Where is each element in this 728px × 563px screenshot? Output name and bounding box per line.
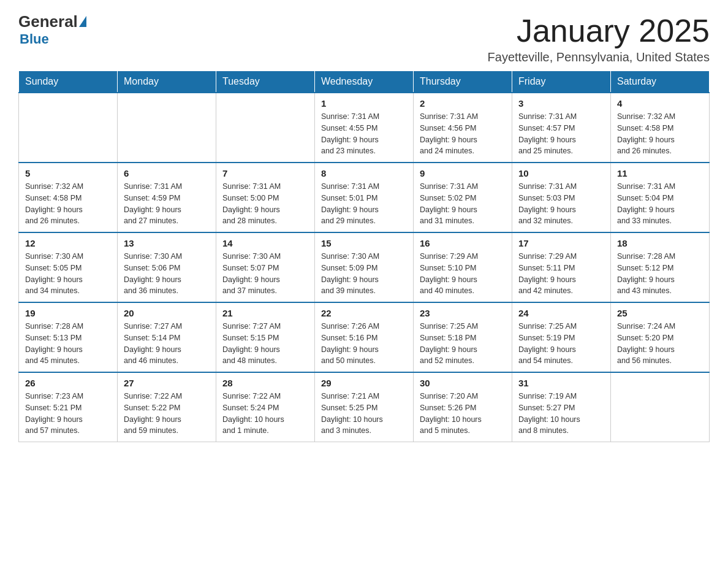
day-number: 3: [518, 98, 604, 109]
day-number: 29: [321, 378, 407, 388]
calendar-day-cell: 27Sunrise: 7:22 AM Sunset: 5:22 PM Dayli…: [118, 372, 216, 442]
calendar-day-cell: 4Sunrise: 7:32 AM Sunset: 4:58 PM Daylig…: [611, 93, 710, 163]
calendar-day-cell: 15Sunrise: 7:30 AM Sunset: 5:09 PM Dayli…: [315, 232, 414, 302]
calendar-day-cell: [216, 93, 315, 163]
calendar-day-cell: 23Sunrise: 7:25 AM Sunset: 5:18 PM Dayli…: [414, 302, 512, 372]
calendar-day-cell: 17Sunrise: 7:29 AM Sunset: 5:11 PM Dayli…: [512, 232, 611, 302]
day-number: 17: [518, 238, 604, 248]
weekday-header-cell: Monday: [118, 71, 216, 93]
day-info: Sunrise: 7:31 AM Sunset: 4:56 PM Dayligh…: [420, 111, 506, 157]
day-number: 24: [518, 308, 604, 318]
day-info: Sunrise: 7:22 AM Sunset: 5:22 PM Dayligh…: [124, 391, 210, 437]
day-info: Sunrise: 7:32 AM Sunset: 4:58 PM Dayligh…: [617, 111, 703, 157]
calendar-day-cell: 16Sunrise: 7:29 AM Sunset: 5:10 PM Dayli…: [414, 232, 512, 302]
calendar-day-cell: 19Sunrise: 7:28 AM Sunset: 5:13 PM Dayli…: [19, 302, 118, 372]
day-info: Sunrise: 7:30 AM Sunset: 5:05 PM Dayligh…: [25, 251, 111, 297]
day-number: 30: [420, 378, 506, 388]
logo-triangle-icon: [79, 16, 86, 27]
calendar-day-cell: 22Sunrise: 7:26 AM Sunset: 5:16 PM Dayli…: [315, 302, 414, 372]
day-number: 18: [617, 238, 703, 248]
day-info: Sunrise: 7:19 AM Sunset: 5:27 PM Dayligh…: [518, 391, 604, 437]
weekday-header-cell: Thursday: [414, 71, 512, 93]
calendar-day-cell: 9Sunrise: 7:31 AM Sunset: 5:02 PM Daylig…: [414, 163, 512, 232]
calendar-day-cell: 1Sunrise: 7:31 AM Sunset: 4:55 PM Daylig…: [315, 93, 414, 163]
calendar-table: SundayMondayTuesdayWednesdayThursdayFrid…: [18, 71, 710, 442]
weekday-header-cell: Tuesday: [216, 71, 315, 93]
calendar-day-cell: [19, 93, 118, 163]
day-info: Sunrise: 7:28 AM Sunset: 5:13 PM Dayligh…: [25, 321, 111, 367]
day-number: 25: [617, 308, 703, 318]
calendar-day-cell: 14Sunrise: 7:30 AM Sunset: 5:07 PM Dayli…: [216, 232, 315, 302]
day-number: 8: [321, 168, 407, 178]
day-number: 13: [124, 238, 210, 248]
day-info: Sunrise: 7:30 AM Sunset: 5:09 PM Dayligh…: [321, 251, 407, 297]
day-info: Sunrise: 7:29 AM Sunset: 5:11 PM Dayligh…: [518, 251, 604, 297]
calendar-day-cell: 26Sunrise: 7:23 AM Sunset: 5:21 PM Dayli…: [19, 372, 118, 442]
day-number: 23: [420, 308, 506, 318]
day-number: 15: [321, 238, 407, 248]
weekday-header-cell: Saturday: [611, 71, 710, 93]
day-number: 5: [25, 168, 111, 178]
header: General Blue January 2025 Fayetteville, …: [18, 12, 710, 64]
day-number: 28: [222, 378, 308, 388]
day-info: Sunrise: 7:20 AM Sunset: 5:26 PM Dayligh…: [420, 391, 506, 437]
calendar-day-cell: 28Sunrise: 7:22 AM Sunset: 5:24 PM Dayli…: [216, 372, 315, 442]
calendar-week-row: 26Sunrise: 7:23 AM Sunset: 5:21 PM Dayli…: [19, 372, 710, 442]
calendar-body: 1Sunrise: 7:31 AM Sunset: 4:55 PM Daylig…: [19, 93, 710, 442]
day-number: 7: [222, 168, 308, 178]
day-info: Sunrise: 7:30 AM Sunset: 5:07 PM Dayligh…: [222, 251, 308, 297]
weekday-header-row: SundayMondayTuesdayWednesdayThursdayFrid…: [19, 71, 710, 93]
day-info: Sunrise: 7:31 AM Sunset: 4:55 PM Dayligh…: [321, 111, 407, 157]
day-info: Sunrise: 7:23 AM Sunset: 5:21 PM Dayligh…: [25, 391, 111, 437]
day-number: 14: [222, 238, 308, 248]
day-number: 12: [25, 238, 111, 248]
calendar-day-cell: 31Sunrise: 7:19 AM Sunset: 5:27 PM Dayli…: [512, 372, 611, 442]
day-info: Sunrise: 7:31 AM Sunset: 5:04 PM Dayligh…: [617, 181, 703, 227]
month-title: January 2025: [488, 12, 710, 49]
day-number: 27: [124, 378, 210, 388]
calendar-day-cell: 11Sunrise: 7:31 AM Sunset: 5:04 PM Dayli…: [611, 163, 710, 232]
weekday-header-cell: Wednesday: [315, 71, 414, 93]
day-number: 26: [25, 378, 111, 388]
calendar-day-cell: 12Sunrise: 7:30 AM Sunset: 5:05 PM Dayli…: [19, 232, 118, 302]
day-info: Sunrise: 7:31 AM Sunset: 5:00 PM Dayligh…: [222, 181, 308, 227]
calendar-day-cell: 21Sunrise: 7:27 AM Sunset: 5:15 PM Dayli…: [216, 302, 315, 372]
day-info: Sunrise: 7:31 AM Sunset: 4:57 PM Dayligh…: [518, 111, 604, 157]
calendar-week-row: 5Sunrise: 7:32 AM Sunset: 4:58 PM Daylig…: [19, 163, 710, 232]
calendar-day-cell: 30Sunrise: 7:20 AM Sunset: 5:26 PM Dayli…: [414, 372, 512, 442]
calendar-day-cell: 5Sunrise: 7:32 AM Sunset: 4:58 PM Daylig…: [19, 163, 118, 232]
day-number: 9: [420, 168, 506, 178]
logo-blue-text: Blue: [20, 31, 49, 47]
calendar-day-cell: 7Sunrise: 7:31 AM Sunset: 5:00 PM Daylig…: [216, 163, 315, 232]
weekday-header-cell: Sunday: [19, 71, 118, 93]
day-info: Sunrise: 7:31 AM Sunset: 5:03 PM Dayligh…: [518, 181, 604, 227]
location-subtitle: Fayetteville, Pennsylvania, United State…: [488, 50, 710, 64]
day-info: Sunrise: 7:25 AM Sunset: 5:19 PM Dayligh…: [518, 321, 604, 367]
calendar-day-cell: 24Sunrise: 7:25 AM Sunset: 5:19 PM Dayli…: [512, 302, 611, 372]
calendar-week-row: 19Sunrise: 7:28 AM Sunset: 5:13 PM Dayli…: [19, 302, 710, 372]
day-info: Sunrise: 7:29 AM Sunset: 5:10 PM Dayligh…: [420, 251, 506, 297]
day-number: 16: [420, 238, 506, 248]
calendar-day-cell: 10Sunrise: 7:31 AM Sunset: 5:03 PM Dayli…: [512, 163, 611, 232]
day-number: 4: [617, 98, 703, 109]
calendar-day-cell: [611, 372, 710, 442]
calendar-day-cell: 8Sunrise: 7:31 AM Sunset: 5:01 PM Daylig…: [315, 163, 414, 232]
day-number: 2: [420, 98, 506, 109]
day-info: Sunrise: 7:25 AM Sunset: 5:18 PM Dayligh…: [420, 321, 506, 367]
day-info: Sunrise: 7:31 AM Sunset: 4:59 PM Dayligh…: [124, 181, 210, 227]
day-number: 20: [124, 308, 210, 318]
day-info: Sunrise: 7:31 AM Sunset: 5:01 PM Dayligh…: [321, 181, 407, 227]
calendar-week-row: 12Sunrise: 7:30 AM Sunset: 5:05 PM Dayli…: [19, 232, 710, 302]
calendar-day-cell: 25Sunrise: 7:24 AM Sunset: 5:20 PM Dayli…: [611, 302, 710, 372]
calendar-day-cell: 3Sunrise: 7:31 AM Sunset: 4:57 PM Daylig…: [512, 93, 611, 163]
day-info: Sunrise: 7:24 AM Sunset: 5:20 PM Dayligh…: [617, 321, 703, 367]
day-number: 6: [124, 168, 210, 178]
weekday-header-cell: Friday: [512, 71, 611, 93]
calendar-week-row: 1Sunrise: 7:31 AM Sunset: 4:55 PM Daylig…: [19, 93, 710, 163]
day-info: Sunrise: 7:32 AM Sunset: 4:58 PM Dayligh…: [25, 181, 111, 227]
day-number: 10: [518, 168, 604, 178]
calendar-day-cell: [118, 93, 216, 163]
day-info: Sunrise: 7:28 AM Sunset: 5:12 PM Dayligh…: [617, 251, 703, 297]
logo-general-text: General: [18, 12, 78, 31]
day-info: Sunrise: 7:30 AM Sunset: 5:06 PM Dayligh…: [124, 251, 210, 297]
